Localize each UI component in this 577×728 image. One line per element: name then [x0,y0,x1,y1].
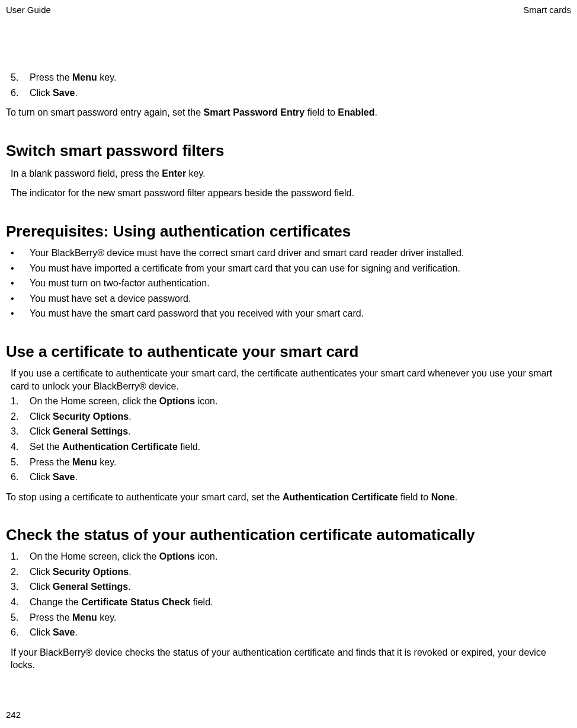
step-text: Press the Menu key. [30,611,116,624]
step-number: 3. [11,425,30,438]
bullet-text: You must have set a device password. [30,292,191,305]
list-item: •You must have the smart card password t… [11,307,571,320]
header-right: Smart cards [523,5,571,15]
list-item: 1.On the Home screen, click the Options … [11,550,571,563]
step-number: 4. [11,596,30,609]
step-text: Click General Settings. [30,425,131,438]
step-number: 5. [11,71,30,84]
step-number: 3. [11,580,30,593]
step-text: Click Save. [30,471,78,484]
step-text: Click Security Options. [30,410,132,423]
step-text: Click Save. [30,87,78,100]
list-item: 2.Click Security Options. [11,566,571,579]
intro-steps-list: 5. Press the Menu key. 6. Click Save. [11,71,571,99]
step-text: Click Save. [30,626,78,639]
bullet-icon: • [11,307,30,320]
step-text: Change the Certificate Status Check fiel… [30,596,213,609]
list-item: •You must turn on two-factor authenticat… [11,277,571,290]
step-text: Click Security Options. [30,566,132,579]
list-item: 5. Press the Menu key. [11,71,571,84]
step-number: 1. [11,395,30,408]
step-text: On the Home screen, click the Options ic… [30,550,217,563]
intro-after-paragraph: To turn on smart password entry again, s… [6,106,571,119]
step-text: Click General Settings. [30,580,131,593]
step-text: Set the Authentication Certificate field… [30,440,200,454]
step-number: 2. [11,410,30,423]
section-heading-check-status: Check the status of your authentication … [6,526,571,544]
section1-p2: The indicator for the new smart password… [11,187,571,200]
section-heading-prerequisites: Prerequisites: Using authentication cert… [6,222,571,241]
prerequisites-list: •Your BlackBerry® device must have the c… [11,247,571,320]
bullet-text: You must have the smart card password th… [30,307,364,320]
section3-intro: If you use a certificate to authenticate… [11,367,571,392]
list-item: 6.Click Save. [11,626,571,639]
list-item: 3.Click General Settings. [11,580,571,593]
list-item: 3.Click General Settings. [11,425,571,438]
list-item: 2.Click Security Options. [11,410,571,423]
step-number: 6. [11,87,30,100]
bullet-icon: • [11,292,30,305]
bullet-text: You must turn on two-factor authenticati… [30,277,210,290]
step-number: 6. [11,626,30,639]
header-left: User Guide [6,5,51,15]
page-number: 242 [6,710,21,720]
step-number: 2. [11,566,30,579]
section3-steps: 1.On the Home screen, click the Options … [11,395,571,484]
list-item: 5.Press the Menu key. [11,456,571,469]
page-header: User Guide Smart cards [0,0,577,15]
section-heading-switch-filters: Switch smart password filters [6,142,571,160]
list-item: •You must have imported a certificate fr… [11,262,571,275]
step-text: Press the Menu key. [30,71,116,84]
list-item: 1.On the Home screen, click the Options … [11,395,571,408]
section3-after: To stop using a certificate to authentic… [6,491,571,504]
step-number: 5. [11,611,30,624]
section4-after: If your BlackBerry® device checks the st… [11,646,571,672]
bullet-text: Your BlackBerry® device must have the co… [30,247,464,260]
step-text: Press the Menu key. [30,456,116,469]
section1-p1: In a blank password field, press the Ent… [11,167,571,180]
step-text: On the Home screen, click the Options ic… [30,395,217,408]
step-number: 6. [11,471,30,484]
list-item: 6. Click Save. [11,87,571,100]
step-number: 1. [11,550,30,563]
page-content: 5. Press the Menu key. 6. Click Save. To… [0,15,577,672]
list-item: 4.Set the Authentication Certificate fie… [11,440,571,454]
section4-steps: 1.On the Home screen, click the Options … [11,550,571,639]
bullet-icon: • [11,277,30,290]
step-number: 5. [11,456,30,469]
list-item: •You must have set a device password. [11,292,571,305]
list-item: 6.Click Save. [11,471,571,484]
list-item: •Your BlackBerry® device must have the c… [11,247,571,260]
bullet-icon: • [11,262,30,275]
list-item: 5.Press the Menu key. [11,611,571,624]
section-heading-use-certificate: Use a certificate to authenticate your s… [6,343,571,361]
step-number: 4. [11,440,30,454]
bullet-icon: • [11,247,30,260]
bullet-text: You must have imported a certificate fro… [30,262,460,275]
list-item: 4.Change the Certificate Status Check fi… [11,596,571,609]
